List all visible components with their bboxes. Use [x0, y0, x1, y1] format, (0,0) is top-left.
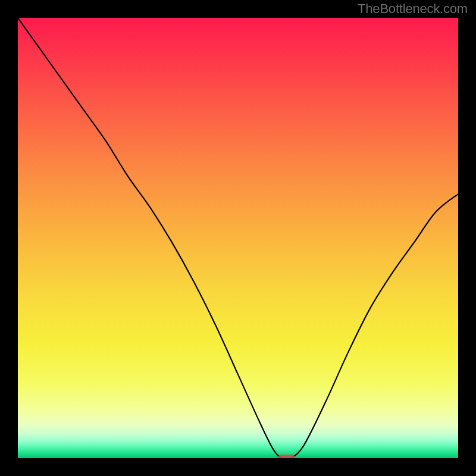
watermark-text: TheBottleneck.com [358, 1, 468, 17]
bottleneck-curve [18, 18, 458, 458]
plot-area [18, 18, 458, 458]
chart-frame: TheBottleneck.com [0, 0, 476, 476]
optimum-marker [278, 455, 296, 458]
